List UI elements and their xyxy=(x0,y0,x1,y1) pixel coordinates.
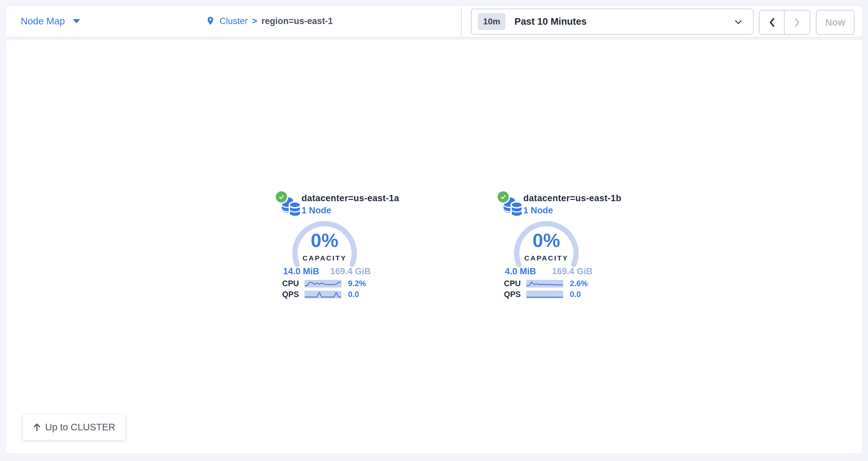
now-button[interactable]: Now xyxy=(816,10,855,35)
up-to-cluster-label: Up to CLUSTER xyxy=(45,422,115,433)
capacity-gauge: 0% CAPACITY xyxy=(514,220,579,270)
qps-metric-row: QPS 0.0 xyxy=(500,290,592,299)
node-map-canvas: datacenter=us-east-1a 1 Node 0% CAPACITY… xyxy=(5,39,863,454)
cpu-value: 2.6% xyxy=(570,279,588,288)
time-window-label: Past 10 Minutes xyxy=(515,16,587,27)
capacity-used: 14.0 MiB xyxy=(283,266,319,276)
cpu-value: 9.2% xyxy=(348,279,366,288)
breadcrumb-current: region=us-east-1 xyxy=(261,16,333,26)
capacity-total: 169.4 GiB xyxy=(330,266,371,276)
qps-sparkline xyxy=(305,291,341,298)
qps-label: QPS xyxy=(500,290,521,299)
cpu-metric-row: CPU 9.2% xyxy=(278,279,371,288)
capacity-label: CAPACITY xyxy=(292,254,358,262)
qps-value: 0.0 xyxy=(348,290,359,299)
healthy-check-icon xyxy=(276,191,287,202)
cpu-label: CPU xyxy=(278,279,299,288)
healthy-check-icon xyxy=(498,191,509,202)
capacity-values-row: 4.0 MiB 169.4 GiB xyxy=(505,266,592,276)
datacenter-node-count: 1 Node xyxy=(523,205,553,216)
datacenter-node-count: 1 Node xyxy=(302,205,331,216)
up-to-cluster-button[interactable]: Up to CLUSTER xyxy=(23,414,126,440)
qps-sparkline xyxy=(526,291,563,298)
time-nav-group xyxy=(759,10,810,35)
breadcrumb-separator: > xyxy=(252,16,257,26)
qps-label: QPS xyxy=(278,290,299,299)
chevron-right-icon xyxy=(795,18,800,27)
toolbar-divider xyxy=(461,7,462,36)
qps-value: 0.0 xyxy=(570,290,581,299)
location-pin-icon xyxy=(206,15,215,27)
capacity-gauge: 0% CAPACITY xyxy=(292,220,358,270)
cpu-sparkline xyxy=(526,280,563,288)
datacenter-card-us-east-1b[interactable]: datacenter=us-east-1b 1 Node 0% CAPACITY… xyxy=(500,191,592,305)
capacity-total: 169.4 GiB xyxy=(552,266,592,276)
view-selector-dropdown[interactable]: Node Map xyxy=(21,6,80,37)
time-window-badge: 10m xyxy=(478,13,505,30)
datacenter-name: datacenter=us-east-1a xyxy=(302,193,399,203)
time-window-selector[interactable]: 10m Past 10 Minutes xyxy=(471,8,754,35)
view-selector-label: Node Map xyxy=(21,16,65,27)
capacity-values-row: 14.0 MiB 169.4 GiB xyxy=(283,266,371,276)
breadcrumb-cluster-link[interactable]: Cluster xyxy=(219,16,248,26)
prev-timeframe-button[interactable] xyxy=(760,10,785,34)
cpu-metric-row: CPU 2.6% xyxy=(500,279,592,288)
qps-metric-row: QPS 0.0 xyxy=(278,290,371,299)
capacity-label: CAPACITY xyxy=(514,254,579,262)
node-map-page: Node Map Cluster > region=us-east-1 10m … xyxy=(0,0,868,461)
breadcrumb: Cluster > region=us-east-1 xyxy=(206,6,333,37)
up-arrow-icon xyxy=(33,423,41,431)
capacity-percent: 0% xyxy=(514,229,579,251)
capacity-used: 4.0 MiB xyxy=(505,266,536,276)
next-timeframe-button[interactable] xyxy=(785,10,810,34)
caret-down-icon xyxy=(73,19,80,23)
chevron-down-icon xyxy=(735,20,742,24)
toolbar: Node Map Cluster > region=us-east-1 10m … xyxy=(5,5,863,37)
capacity-percent: 0% xyxy=(292,229,358,251)
datacenter-card-us-east-1a[interactable]: datacenter=us-east-1a 1 Node 0% CAPACITY… xyxy=(278,191,371,305)
cpu-label: CPU xyxy=(500,279,521,288)
datacenter-name: datacenter=us-east-1b xyxy=(523,193,621,203)
chevron-left-icon xyxy=(769,18,775,27)
cpu-sparkline xyxy=(305,280,341,288)
